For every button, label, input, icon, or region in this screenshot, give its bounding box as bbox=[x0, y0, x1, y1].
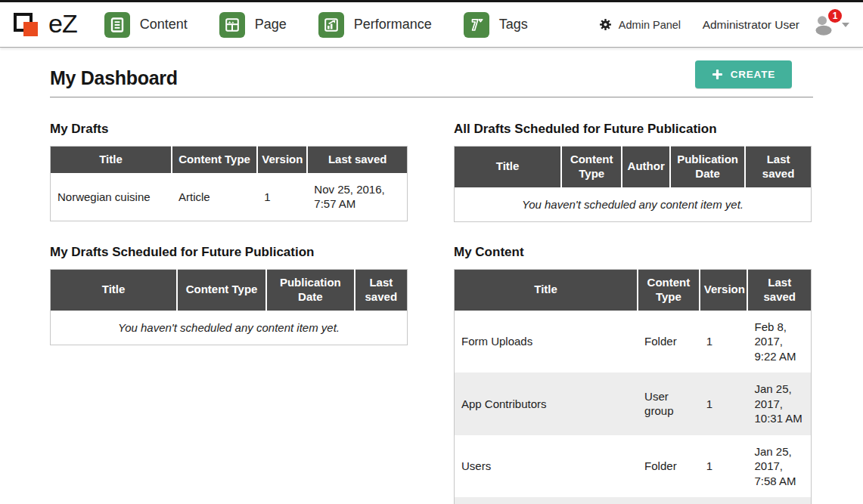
notification-badge[interactable]: 1 bbox=[828, 9, 842, 23]
table-cell: Article bbox=[172, 173, 257, 221]
create-button-label: CREATE bbox=[731, 69, 775, 80]
table-cell: 1 bbox=[700, 373, 748, 435]
column-header: Last saved bbox=[747, 270, 811, 311]
ez-logo-text: eZ bbox=[48, 11, 77, 39]
nav-item-tags[interactable]: Tags bbox=[464, 12, 528, 38]
section-my-drafts-scheduled: My Drafts Scheduled for Future Publicati… bbox=[50, 245, 408, 504]
table-header-row: TitleContent TypeVersionLast saved bbox=[455, 270, 812, 311]
column-header: Title bbox=[51, 147, 172, 173]
user-menu[interactable]: Administrator User 1 bbox=[703, 14, 849, 36]
nav-label-content: Content bbox=[140, 17, 188, 32]
column-header: Title bbox=[51, 270, 178, 311]
all-drafts-scheduled-table: TitleContent TypeAuthorPublication DateL… bbox=[454, 146, 812, 222]
section-title-my-content: My Content bbox=[454, 245, 812, 260]
content-icon bbox=[104, 12, 130, 38]
plus-icon bbox=[712, 69, 723, 80]
user-name: Administrator User bbox=[703, 18, 799, 32]
column-header: Content Type bbox=[561, 147, 622, 187]
table-row: Norwegian cuisineArticle1Nov 25, 2016, 7… bbox=[51, 173, 408, 221]
nav-item-performance[interactable]: Performance bbox=[318, 12, 432, 38]
table-cell: Form Uploads bbox=[455, 311, 638, 373]
column-header: Content Type bbox=[638, 270, 700, 311]
table-cell: 1 bbox=[700, 497, 748, 504]
nav-item-page[interactable]: Page bbox=[219, 12, 287, 38]
table-row: Form UploadsFolder1Feb 8, 2017, 9:22 AM bbox=[455, 311, 812, 373]
ez-logo-orange-square bbox=[23, 22, 38, 36]
table-row: AppFolder1Jan 25, 2017, 7:55 AM bbox=[455, 497, 812, 504]
section-my-drafts: My Drafts TitleContent TypeVersionLast s… bbox=[50, 122, 408, 222]
admin-panel-label: Admin Panel bbox=[619, 19, 681, 31]
my-drafts-table: TitleContent TypeVersionLast savedNorweg… bbox=[50, 146, 408, 221]
chevron-down-icon bbox=[842, 23, 849, 27]
empty-row: You haven't scheduled any content item y… bbox=[455, 187, 812, 222]
table-row: App ContributorsUser group1Jan 25, 2017,… bbox=[455, 373, 812, 435]
nav-label-performance: Performance bbox=[354, 17, 432, 32]
my-content-table: TitleContent TypeVersionLast savedForm U… bbox=[454, 269, 812, 504]
table-cell: Folder bbox=[638, 497, 700, 504]
column-header: Version bbox=[700, 270, 748, 311]
table-cell: Jan 25, 2017, 10:31 AM bbox=[747, 373, 811, 435]
table-cell: App bbox=[455, 497, 638, 504]
page-title-row: My Dashboard CREATE bbox=[50, 48, 813, 97]
main-nav: Content Page bbox=[104, 12, 560, 38]
column-header: Author bbox=[622, 147, 670, 187]
nav-item-content[interactable]: Content bbox=[104, 12, 188, 38]
table-cell: Users bbox=[455, 435, 638, 498]
section-my-content: My Content TitleContent TypeVersionLast … bbox=[454, 245, 812, 504]
nav-label-page: Page bbox=[255, 17, 287, 32]
create-button[interactable]: CREATE bbox=[695, 60, 792, 88]
column-header: Last saved bbox=[745, 147, 811, 187]
dashboard-content: My Dashboard CREATE My Drafts TitleConte… bbox=[0, 48, 863, 504]
empty-message: You haven't scheduled any content item y… bbox=[455, 187, 812, 222]
table-cell: 1 bbox=[257, 173, 307, 221]
empty-row: You haven't scheduled any content item y… bbox=[51, 311, 408, 345]
admin-panel-button[interactable]: Admin Panel bbox=[599, 18, 681, 31]
ez-logo-mark bbox=[12, 10, 44, 40]
performance-icon bbox=[318, 12, 344, 38]
my-drafts-scheduled-table: TitleContent TypePublication DateLast sa… bbox=[50, 269, 408, 345]
column-header: Publication Date bbox=[266, 270, 355, 311]
table-cell: Nov 25, 2016, 7:57 AM bbox=[307, 173, 407, 221]
column-header: Title bbox=[455, 270, 638, 311]
tags-icon bbox=[464, 12, 489, 38]
table-row: UsersFolder1Jan 25, 2017, 7:58 AM bbox=[455, 435, 812, 498]
section-title-my-drafts-scheduled: My Drafts Scheduled for Future Publicati… bbox=[50, 245, 408, 260]
table-cell: Folder bbox=[638, 311, 700, 373]
dashboard-grid: My Drafts TitleContent TypeVersionLast s… bbox=[50, 122, 813, 504]
table-header-row: TitleContent TypeVersionLast saved bbox=[51, 147, 408, 173]
section-title-all-drafts-scheduled: All Drafts Scheduled for Future Publicat… bbox=[454, 122, 812, 137]
nav-label-tags: Tags bbox=[499, 17, 528, 32]
table-cell: Folder bbox=[638, 435, 700, 498]
ez-logo[interactable]: eZ bbox=[12, 10, 77, 40]
table-cell: Jan 25, 2017, 7:58 AM bbox=[747, 435, 811, 498]
table-header-row: TitleContent TypePublication DateLast sa… bbox=[51, 270, 408, 311]
column-header: Last saved bbox=[355, 270, 408, 311]
table-cell: App Contributors bbox=[455, 373, 638, 435]
table-cell: Feb 8, 2017, 9:22 AM bbox=[747, 311, 811, 373]
table-header-row: TitleContent TypeAuthorPublication DateL… bbox=[455, 147, 812, 187]
section-all-drafts-scheduled: All Drafts Scheduled for Future Publicat… bbox=[454, 122, 812, 222]
gear-icon bbox=[599, 18, 612, 31]
column-header: Version bbox=[257, 147, 307, 173]
column-header: Publication Date bbox=[670, 147, 745, 187]
section-title-my-drafts: My Drafts bbox=[50, 122, 408, 137]
avatar: 1 bbox=[812, 14, 836, 36]
column-header: Title bbox=[455, 147, 562, 187]
table-cell: Norwegian cuisine bbox=[51, 173, 172, 221]
table-cell: Jan 25, 2017, 7:55 AM bbox=[747, 497, 811, 504]
table-cell: 1 bbox=[700, 435, 748, 498]
empty-message: You haven't scheduled any content item y… bbox=[51, 311, 408, 345]
column-header: Content Type bbox=[177, 270, 266, 311]
page-icon bbox=[219, 12, 245, 38]
column-header: Last saved bbox=[307, 147, 407, 173]
column-header: Content Type bbox=[172, 147, 257, 173]
top-navigation-bar: eZ Content bbox=[0, 2, 863, 48]
table-cell: 1 bbox=[700, 311, 748, 373]
table-cell: User group bbox=[638, 373, 700, 435]
